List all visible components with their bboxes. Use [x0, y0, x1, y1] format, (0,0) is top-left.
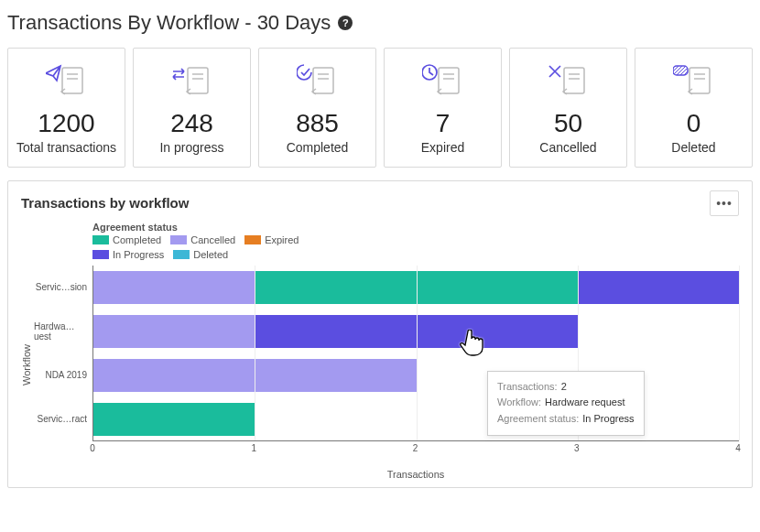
card-value: 885: [265, 109, 370, 138]
card-value: 0: [641, 109, 746, 138]
swatch-icon: [92, 250, 109, 259]
chart: Workflow Servic…sion Hardwa…uest NDA 201…: [21, 266, 739, 441]
deleted-icon: [641, 61, 746, 102]
help-icon[interactable]: ?: [338, 16, 353, 30]
plot-area[interactable]: Transactions:2 Workflow:Hardware request…: [92, 266, 739, 441]
y-axis-label: Workflow: [21, 266, 34, 441]
legend-item[interactable]: In Progress: [92, 249, 164, 260]
chart-panel: Transactions by workflow ••• Agreement s…: [7, 180, 753, 488]
svg-rect-9: [439, 68, 459, 93]
swatch-icon: [92, 235, 109, 244]
in-progress-icon: [139, 61, 244, 102]
card-label: Deleted: [641, 140, 746, 156]
legend-item[interactable]: Cancelled: [170, 234, 235, 245]
swatch-icon: [170, 235, 187, 244]
bar-segment[interactable]: [93, 403, 255, 436]
y-tick: Servic…sion: [34, 266, 92, 309]
card-value: 50: [516, 109, 621, 138]
swatch-icon: [173, 250, 190, 259]
legend-item[interactable]: Expired: [244, 234, 299, 245]
card-completed[interactable]: 885 Completed: [258, 48, 376, 168]
panel-title: Transactions by workflow: [21, 195, 189, 211]
bar-segment[interactable]: [578, 271, 739, 304]
card-value: 248: [139, 109, 244, 138]
bar-segment[interactable]: [93, 315, 255, 348]
legend-item[interactable]: Deleted: [173, 249, 228, 260]
card-expired[interactable]: 7 Expired: [384, 48, 502, 168]
tooltip: Transactions:2 Workflow:Hardware request…: [487, 371, 645, 436]
more-button[interactable]: •••: [710, 190, 739, 216]
page-title: Transactions By Workflow - 30 Days ?: [7, 11, 753, 35]
svg-rect-3: [188, 68, 208, 93]
x-ticks: 01234: [92, 441, 739, 454]
x-tick: 4: [735, 443, 741, 453]
y-tick: Hardwa…uest: [34, 309, 92, 353]
completed-icon: [265, 61, 370, 102]
svg-rect-19: [673, 66, 688, 75]
x-tick: 2: [413, 443, 418, 453]
card-label: Expired: [390, 140, 495, 156]
x-tick: 0: [90, 443, 95, 453]
card-label: Completed: [265, 140, 370, 156]
page-title-text: Transactions By Workflow - 30 Days: [7, 11, 331, 35]
svg-rect-16: [689, 68, 710, 93]
x-tick: 3: [574, 443, 580, 453]
card-cancelled[interactable]: 50 Cancelled: [509, 48, 627, 168]
svg-rect-13: [564, 68, 584, 93]
card-total[interactable]: 1200 Total transactions: [7, 48, 125, 168]
legend-title: Agreement status: [92, 222, 739, 233]
card-label: In progress: [139, 140, 244, 156]
y-tick: NDA 2019: [34, 353, 92, 397]
legend-item[interactable]: Completed: [92, 234, 161, 245]
card-label: Cancelled: [516, 140, 621, 156]
svg-rect-6: [313, 68, 333, 93]
y-tick: Servic…ract: [34, 397, 92, 441]
y-ticks: Servic…sion Hardwa…uest NDA 2019 Servic……: [34, 266, 92, 441]
summary-cards: 1200 Total transactions 248 In progress: [7, 48, 753, 168]
expired-icon: [390, 61, 495, 102]
send-icon: [14, 61, 119, 102]
swatch-icon: [244, 235, 261, 244]
card-deleted[interactable]: 0 Deleted: [635, 48, 753, 168]
x-tick: 1: [251, 443, 256, 453]
card-label: Total transactions: [14, 140, 119, 156]
card-value: 7: [390, 109, 495, 138]
svg-rect-0: [62, 68, 82, 93]
bar-segment[interactable]: [93, 271, 255, 304]
card-in-progress[interactable]: 248 In progress: [133, 48, 251, 168]
legend: Agreement status Completed Cancelled Exp…: [92, 222, 739, 260]
cancelled-icon: [516, 61, 621, 102]
card-value: 1200: [14, 109, 119, 138]
x-axis-label: Transactions: [92, 469, 739, 480]
